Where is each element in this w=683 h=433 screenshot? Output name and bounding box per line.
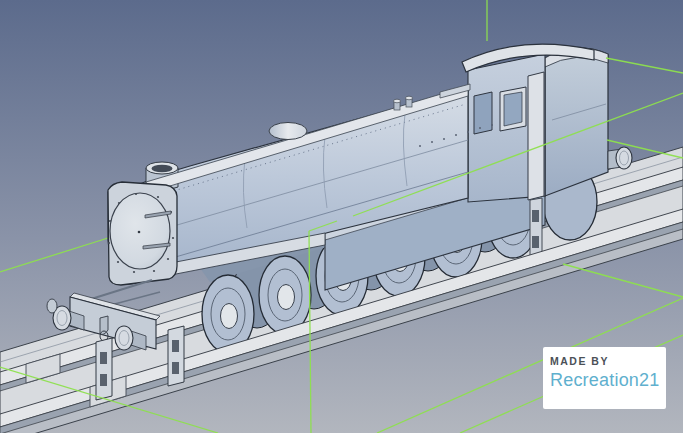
bracket-slot bbox=[532, 236, 539, 248]
rear-body-block[interactable] bbox=[545, 48, 608, 196]
watermark-brand-link[interactable]: Recreation21 bbox=[550, 370, 666, 391]
steam-dome[interactable] bbox=[269, 123, 307, 140]
watermark-badge: MADE BY Recreation21 bbox=[543, 347, 666, 409]
front-step-bracket[interactable] bbox=[96, 338, 112, 400]
door-dart bbox=[138, 231, 141, 234]
chimney-opening bbox=[152, 165, 173, 173]
bracket-slot bbox=[532, 210, 539, 222]
rear-buffer[interactable] bbox=[608, 147, 632, 169]
front-buffer-head[interactable] bbox=[115, 326, 133, 350]
cad-viewport[interactable]: MADE BY Recreation21 bbox=[0, 0, 683, 433]
cab-pillar[interactable] bbox=[528, 72, 544, 200]
driving-wheel[interactable] bbox=[259, 256, 311, 334]
smokebox-door[interactable] bbox=[110, 193, 170, 269]
rear-buffer-head bbox=[616, 147, 632, 169]
brake-hose bbox=[47, 299, 57, 313]
front-step-bracket[interactable] bbox=[168, 326, 184, 386]
smokebox-front[interactable] bbox=[108, 182, 177, 285]
cab-window[interactable] bbox=[504, 92, 522, 126]
watermark-prefix: MADE BY bbox=[550, 355, 666, 367]
cab-window[interactable] bbox=[474, 92, 492, 134]
